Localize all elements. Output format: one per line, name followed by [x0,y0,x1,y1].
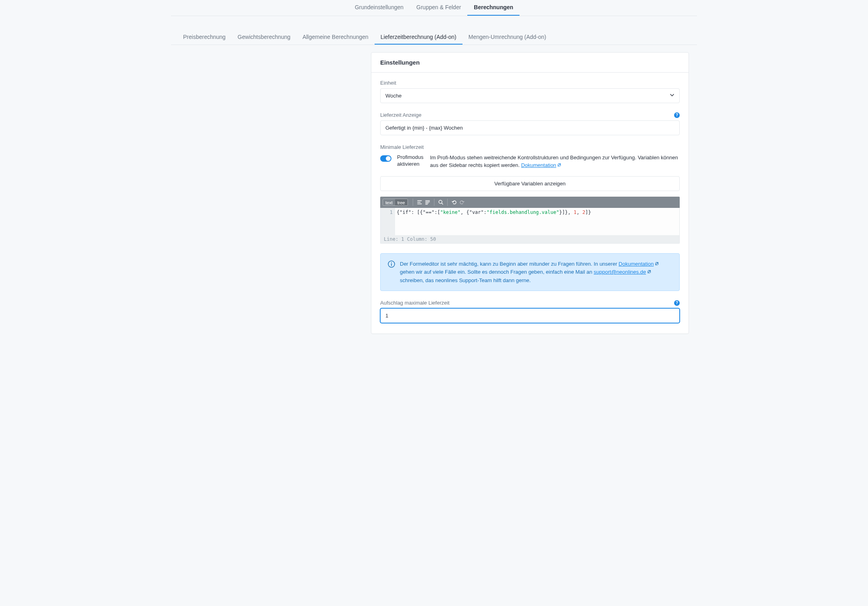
line-gutter: 1 [381,208,395,235]
profi-mode-row: Profimodusaktivieren Im Profi-Modus steh… [380,154,680,170]
display-label: Lieferzeit Anzeige [380,112,422,118]
tab-gruppen-felder[interactable]: Gruppen & Felder [410,0,467,16]
info-icon [388,260,395,268]
help-icon[interactable]: ? [674,112,680,118]
help-icon[interactable]: ? [674,300,680,306]
profi-description: Im Profi-Modus stehen weitreichende Kont… [430,154,680,170]
info-doc-link[interactable]: Dokumentation [619,261,659,267]
format-indent-icon[interactable] [416,198,424,206]
tab-berechnungen[interactable]: Berechnungen [467,0,520,16]
display-input[interactable] [380,120,680,135]
info-box: Der Formeleditor ist sehr mächtig, kann … [380,253,680,291]
external-link-icon [557,162,561,170]
panel-title: Einstellungen [380,59,680,66]
editor-status: Line: 1 Column: 50 [380,235,680,244]
info-text: Der Formeleditor ist sehr mächtig, kann … [400,260,672,285]
formula-editor: text tree 1 {"if": [{"==":["keine", {"va… [380,197,680,244]
info-mail-link[interactable]: support@neonlines.de [594,269,651,275]
primary-tabs: Grundeinstellungen Gruppen & Felder Bere… [171,0,697,16]
tab-gewichtsberechnung[interactable]: Gewichtsberechnung [232,30,297,45]
doc-link[interactable]: Dokumentation [521,162,561,168]
editor-mode-text[interactable]: text [383,199,395,205]
chevron-down-icon [670,93,674,99]
tab-allgemeine-berechnungen[interactable]: Allgemeine Berechnungen [296,30,374,45]
unit-label: Einheit [380,80,396,86]
tab-mengen-umrechnung[interactable]: Mengen-Umrechnung (Add-on) [463,30,552,45]
code-content[interactable]: {"if": [{"==":["keine", {"var":"fields.b… [395,208,679,235]
max-label: Aufschlag maximale Lieferzeit [380,300,450,306]
tab-grundeinstellungen[interactable]: Grundeinstellungen [348,0,410,16]
tab-lieferzeitberechnung[interactable]: Lieferzeitberechnung (Add-on) [375,30,463,45]
editor-toolbar: text tree [380,197,680,208]
profi-toggle-label: Profimodusaktivieren [397,154,424,168]
min-lieferzeit-label: Minimale Lieferzeit [380,144,680,150]
external-link-icon [647,268,651,277]
unit-select[interactable]: Woche [380,88,680,103]
format-compact-icon[interactable] [424,198,432,206]
panel-header: Einstellungen [371,53,689,73]
editor-mode-tree[interactable]: tree [395,199,408,205]
svg-point-2 [391,262,392,263]
settings-panel: Einstellungen Einheit Woche Lieferzeit A… [371,52,689,334]
unit-value: Woche [385,93,401,99]
field-unit: Einheit Woche [380,80,680,103]
secondary-tabs: Preisberechnung Gewichtsberechnung Allge… [171,30,697,45]
external-link-icon [654,260,659,268]
code-area[interactable]: 1 {"if": [{"==":["keine", {"var":"fields… [380,208,680,235]
field-display: Lieferzeit Anzeige ? [380,112,680,135]
redo-icon [458,198,466,206]
max-input[interactable] [380,308,680,323]
show-variables-button[interactable]: Verfügbare Variablen anzeigen [380,176,680,191]
tab-preisberechnung[interactable]: Preisberechnung [177,30,232,45]
profi-toggle[interactable] [380,155,391,162]
search-icon[interactable] [437,198,445,206]
undo-icon[interactable] [450,198,458,206]
field-max: Aufschlag maximale Lieferzeit ? [380,300,680,323]
